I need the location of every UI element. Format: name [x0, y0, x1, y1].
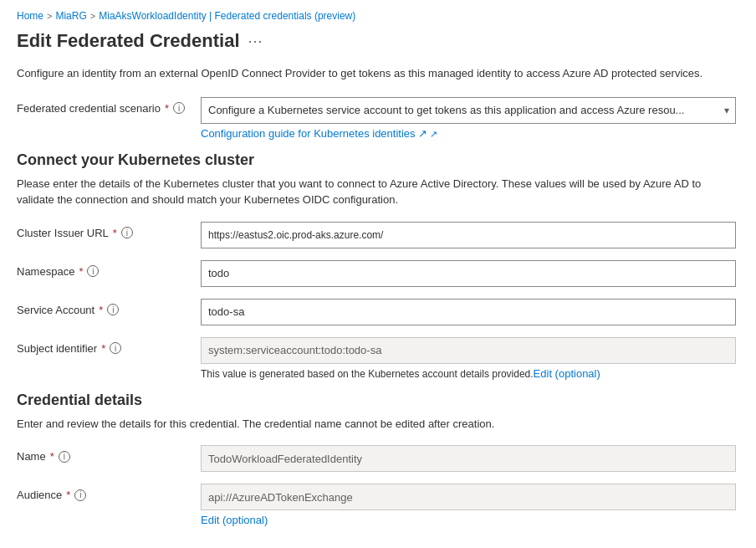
service-account-control: [201, 299, 736, 325]
subject-identifier-row: Subject identifier * i system:serviceacc…: [17, 337, 739, 380]
page-description: Configure an identity from an external O…: [17, 65, 739, 82]
connect-section-description: Please enter the details of the Kubernet…: [17, 176, 739, 208]
cluster-issuer-info-icon[interactable]: i: [121, 227, 133, 238]
scenario-control: Configure a Kubernetes service account t…: [201, 97, 736, 140]
cluster-issuer-required: *: [113, 227, 117, 239]
subject-identifier-required: *: [101, 342, 105, 355]
scenario-select-wrapper: Configure a Kubernetes service account t…: [201, 97, 736, 124]
cluster-issuer-input[interactable]: [201, 222, 736, 248]
subject-identifier-label: Subject identifier * i: [17, 337, 201, 355]
scenario-info-icon[interactable]: i: [173, 102, 185, 114]
configuration-guide-link[interactable]: Configuration guide for Kubernetes ident…: [201, 127, 437, 140]
breadcrumb-sep-2: >: [90, 11, 95, 21]
connect-section-title: Connect your Kubernetes cluster: [17, 151, 739, 169]
audience-required: *: [66, 489, 70, 501]
scenario-required: *: [165, 102, 169, 115]
service-account-row: Service Account * i: [17, 299, 739, 325]
scenario-select[interactable]: Configure a Kubernetes service account t…: [201, 97, 736, 124]
page-title-row: Edit Federated Credential ···: [17, 30, 739, 52]
subject-identifier-control: system:serviceaccount:todo:todo-sa This …: [201, 337, 736, 380]
namespace-row: Namespace * i: [17, 260, 739, 287]
credential-section-title: Credential details: [17, 392, 739, 409]
namespace-input[interactable]: [201, 260, 736, 287]
breadcrumb-miarg[interactable]: MiaRG: [55, 10, 86, 22]
scenario-label: Federated credential scenario * i: [17, 97, 201, 115]
service-account-info-icon[interactable]: i: [107, 304, 119, 315]
subject-edit-link[interactable]: Edit (optional): [534, 367, 600, 380]
service-account-required: *: [99, 304, 103, 316]
name-input: [201, 445, 736, 472]
audience-label: Audience * i: [17, 484, 201, 501]
service-account-input[interactable]: [201, 299, 736, 325]
audience-edit-note: Edit (optional): [201, 514, 736, 526]
namespace-required: *: [79, 265, 83, 278]
ellipsis-menu-button[interactable]: ···: [248, 33, 263, 50]
cluster-issuer-label: Cluster Issuer URL * i: [17, 222, 201, 239]
namespace-label: Namespace * i: [17, 260, 201, 278]
namespace-info-icon[interactable]: i: [87, 265, 99, 277]
audience-row: Audience * i Edit (optional): [17, 484, 739, 526]
cluster-issuer-control: [201, 222, 736, 248]
page-title: Edit Federated Credential: [17, 30, 240, 52]
audience-info-icon[interactable]: i: [74, 489, 86, 501]
name-label: Name * i: [17, 445, 201, 463]
subject-identifier-value: system:serviceaccount:todo:todo-sa: [201, 337, 736, 364]
breadcrumb-home[interactable]: Home: [17, 10, 43, 22]
cluster-issuer-row: Cluster Issuer URL * i: [17, 222, 739, 248]
service-account-label: Service Account * i: [17, 299, 201, 316]
scenario-row: Federated credential scenario * i Config…: [17, 97, 739, 140]
name-info-icon[interactable]: i: [59, 451, 70, 463]
subject-identifier-note: This value is generated based on the Kub…: [201, 367, 736, 380]
breadcrumb-identity[interactable]: MiaAksWorkloadIdentity | Federated crede…: [99, 10, 355, 22]
name-row: Name * i: [17, 445, 739, 472]
audience-control: Edit (optional): [201, 484, 736, 526]
breadcrumb: Home > MiaRG > MiaAksWorkloadIdentity | …: [17, 10, 739, 22]
breadcrumb-sep-1: >: [47, 11, 52, 21]
credential-section-description: Enter and review the details for this cr…: [17, 416, 739, 433]
audience-edit-link[interactable]: Edit (optional): [201, 514, 268, 526]
name-required: *: [50, 450, 54, 463]
audience-input: [201, 484, 736, 510]
namespace-control: [201, 260, 736, 287]
name-control: [201, 445, 736, 472]
subject-identifier-info-icon[interactable]: i: [110, 342, 121, 354]
